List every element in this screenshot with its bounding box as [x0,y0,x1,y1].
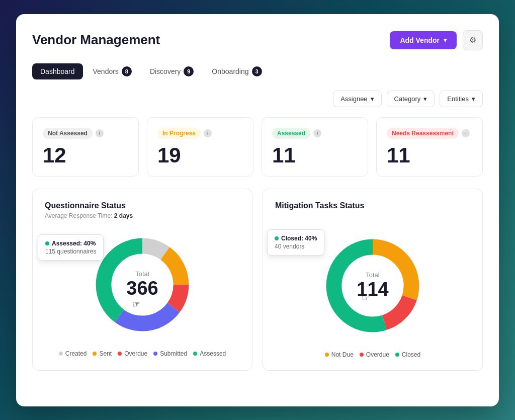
in-progress-badge: In Progress [157,128,201,139]
mitigation-chart-title: Mitigation Tasks Status [275,201,470,210]
info-icon[interactable]: i [462,129,470,137]
info-icon[interactable]: i [96,129,104,137]
legend-item-assessed: Assessed [193,350,226,357]
tab-onboarding-badge: 3 [252,66,262,76]
tab-vendors[interactable]: Vendors 8 [85,62,140,80]
legend-dot-closed [395,353,399,357]
info-icon[interactable]: i [313,129,321,137]
questionnaire-tooltip: Assessed: 40% 115 questionnaires [38,234,104,261]
legend-item-sent: Sent [93,350,112,357]
tab-discovery[interactable]: Discovery 9 [142,62,202,80]
legend-item-not-due: Not Due [325,351,354,358]
chevron-down-icon: ▾ [423,95,427,103]
legend-item-overdue: Overdue [360,351,389,358]
not-assessed-badge: Not Assessed [43,128,93,139]
stats-grid: Not Assessed i 12 In Progress i 19 Asses… [32,117,483,177]
mitigation-legend: Not Due Overdue Closed [275,351,470,358]
category-filter[interactable]: Category ▾ [387,91,435,107]
assignee-filter[interactable]: Assignee ▾ [333,91,381,107]
stat-card-not-assessed: Not Assessed i 12 [32,117,139,177]
legend-dot-created [59,352,63,356]
main-card: Vendor Management Add Vendor ▾ ⚙ Dashboa… [16,14,499,406]
questionnaire-chart-card: Questionnaire Status Average Response Ti… [32,189,252,371]
stat-card-needs-reassessment: Needs Reassessment i 11 [376,117,483,177]
assessed-value: 11 [272,145,358,166]
mitigation-chart-card: Mitigation Tasks Status Closed: 40% 40 v… [263,189,483,371]
mitigation-donut: Total 114 ☞ [317,230,428,341]
in-progress-value: 19 [157,145,243,166]
legend-item-submitted: Submitted [153,350,187,357]
questionnaire-chart-subtitle: Average Response Time: 2 days [45,212,240,219]
gear-icon: ⚙ [469,35,476,45]
chevron-down-icon: ▾ [444,37,447,44]
needs-reassessment-badge: Needs Reassessment [387,128,459,139]
tooltip-dot [45,241,49,245]
nav-tabs: Dashboard Vendors 8 Discovery 9 Onboardi… [32,62,483,80]
chevron-down-icon: ▾ [371,95,374,103]
legend-item-created: Created [59,350,87,357]
questionnaire-chart-title: Questionnaire Status [45,201,240,210]
stat-card-assessed: Assessed i 11 [262,117,368,177]
tooltip-dot [275,236,279,240]
chevron-down-icon: ▾ [472,95,475,103]
legend-dot-overdue [118,352,122,356]
assessed-badge: Assessed [272,128,310,139]
legend-dot-overdue [360,353,364,357]
entities-filter[interactable]: Entities ▾ [440,91,483,107]
header: Vendor Management Add Vendor ▾ ⚙ [32,30,483,50]
tab-vendors-badge: 8 [122,66,132,76]
tab-onboarding[interactable]: Onboarding 3 [204,62,270,80]
legend-dot-assessed [193,352,197,356]
mitigation-donut-center: Total 114 [357,271,388,300]
legend-item-overdue: Overdue [118,350,147,357]
questionnaire-legend: Created Sent Overdue Submitted Assessed [45,350,240,357]
legend-item-closed: Closed [395,351,420,358]
filters-bar: Assignee ▾ Category ▾ Entities ▾ [32,91,483,107]
add-vendor-button[interactable]: Add Vendor ▾ [390,31,457,49]
page-title: Vendor Management [32,32,160,48]
legend-dot-not-due [325,353,329,357]
legend-dot-sent [93,352,97,356]
settings-button[interactable]: ⚙ [463,30,483,50]
stat-card-in-progress: In Progress i 19 [147,117,253,177]
needs-reassessment-value: 11 [387,145,472,166]
questionnaire-donut-center: Total 366 [126,270,158,299]
not-assessed-value: 12 [43,145,128,166]
charts-grid: Questionnaire Status Average Response Ti… [32,189,483,371]
info-icon[interactable]: i [204,129,212,137]
tab-dashboard[interactable]: Dashboard [32,63,83,79]
legend-dot-submitted [153,352,157,356]
header-actions: Add Vendor ▾ ⚙ [390,30,483,50]
mitigation-tooltip: Closed: 40% 40 vendors [267,229,324,256]
tab-discovery-badge: 9 [184,66,194,76]
